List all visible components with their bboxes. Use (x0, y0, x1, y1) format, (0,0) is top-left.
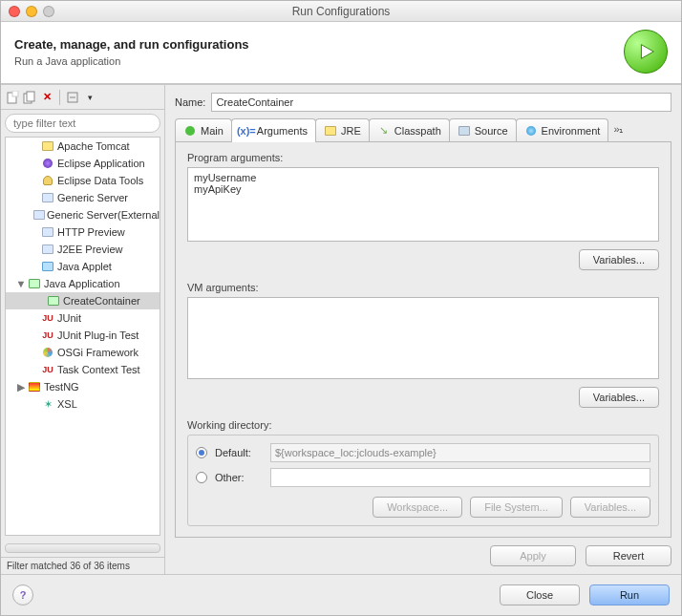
window-title: Run Configurations (1, 5, 681, 18)
sidebar: ✕ ▾ Apache Tomcat Eclipse Application Ec… (1, 85, 165, 574)
dialog-title: Create, manage, and run configurations (14, 37, 249, 52)
apply-button[interactable]: Apply (490, 545, 576, 566)
vm-args-input[interactable] (187, 297, 659, 379)
close-button[interactable]: Close (500, 584, 580, 605)
run-banner-icon (624, 30, 668, 74)
tab-classpath[interactable]: ↘Classpath (369, 118, 450, 141)
tab-source[interactable]: Source (449, 118, 517, 141)
config-tree[interactable]: Apache Tomcat Eclipse Application Eclips… (5, 137, 160, 536)
collapse-all-icon[interactable] (65, 90, 80, 105)
wd-default-label: Default: (215, 447, 263, 458)
tree-item-testng[interactable]: ▶TestNG (6, 378, 160, 395)
main-panel: Name: Main (x)=Arguments JRE ↘Classpath … (165, 85, 681, 574)
svg-rect-3 (27, 92, 34, 101)
tree-item-j2ee-preview[interactable]: J2EE Preview (6, 241, 160, 258)
delete-config-icon[interactable]: ✕ (39, 90, 54, 105)
filter-status: Filter matched 36 of 36 items (1, 557, 164, 574)
tree-item-apache-tomcat[interactable]: Apache Tomcat (6, 138, 160, 155)
program-args-variables-button[interactable]: Variables... (579, 249, 659, 270)
run-button[interactable]: Run (589, 584, 670, 605)
run-configurations-window: Run Configurations Create, manage, and r… (0, 0, 682, 616)
wd-other-value[interactable] (270, 468, 650, 487)
wd-workspace-button[interactable]: Workspace... (373, 497, 462, 518)
name-input[interactable] (211, 93, 671, 112)
vm-args-label: VM arguments: (187, 282, 659, 293)
sidebar-progress (5, 543, 160, 553)
tree-item-java-application[interactable]: ▼Java Application (6, 275, 160, 292)
new-config-icon[interactable] (5, 90, 20, 105)
working-dir-group: Default: Other: Workspace... File System… (187, 435, 659, 526)
arguments-panel: Program arguments: Variables... VM argum… (175, 142, 671, 538)
dialog-footer: ? Close Run (1, 574, 681, 615)
wd-filesystem-button[interactable]: File System... (470, 497, 563, 518)
revert-button[interactable]: Revert (586, 545, 671, 566)
tree-item-generic-server[interactable]: Generic Server (6, 189, 160, 206)
sidebar-toolbar: ✕ ▾ (1, 85, 164, 110)
tab-overflow-icon[interactable]: »₁ (607, 123, 629, 136)
tree-item-create-container[interactable]: CreateContainer (6, 292, 160, 309)
tab-arguments[interactable]: (x)=Arguments (231, 118, 316, 141)
program-args-input[interactable] (187, 167, 659, 242)
tab-jre[interactable]: JRE (315, 118, 370, 141)
dialog-header: Create, manage, and run configurations R… (1, 22, 681, 84)
tree-item-generic-server-external[interactable]: Generic Server(External (6, 206, 160, 223)
svg-rect-1 (12, 91, 18, 96)
wd-other-radio[interactable] (196, 472, 207, 483)
dialog-subtitle: Run a Java application (14, 55, 249, 67)
tab-bar: Main (x)=Arguments JRE ↘Classpath Source… (175, 117, 671, 142)
tree-item-task-context-test[interactable]: JUTask Context Test (6, 361, 160, 378)
tab-environment[interactable]: Environment (516, 118, 609, 141)
tree-item-junit-plugin-test[interactable]: JUJUnit Plug-in Test (6, 327, 160, 344)
tab-main[interactable]: Main (175, 118, 232, 141)
program-args-label: Program arguments: (187, 152, 659, 163)
help-icon[interactable]: ? (12, 584, 33, 605)
wd-default-value (270, 443, 650, 462)
tree-item-junit[interactable]: JUJUnit (6, 309, 160, 327)
tree-item-osgi-framework[interactable]: OSGi Framework (6, 344, 160, 361)
wd-default-radio[interactable] (196, 447, 207, 458)
name-label: Name: (175, 96, 205, 108)
wd-other-label: Other: (215, 472, 263, 483)
dialog-body: ✕ ▾ Apache Tomcat Eclipse Application Ec… (1, 84, 681, 574)
filter-input[interactable] (5, 114, 160, 133)
duplicate-config-icon[interactable] (22, 90, 37, 105)
tree-item-http-preview[interactable]: HTTP Preview (6, 223, 160, 241)
tree-item-java-applet[interactable]: Java Applet (6, 258, 160, 275)
wd-variables-button[interactable]: Variables... (570, 497, 650, 518)
working-dir-label: Working directory: (187, 419, 659, 431)
tree-item-eclipse-data-tools[interactable]: Eclipse Data Tools (6, 172, 160, 189)
tree-item-eclipse-application[interactable]: Eclipse Application (6, 155, 160, 172)
titlebar: Run Configurations (1, 1, 681, 22)
vm-args-variables-button[interactable]: Variables... (579, 387, 659, 408)
tree-item-xsl[interactable]: ✶XSL (6, 395, 160, 413)
filter-dropdown-icon[interactable]: ▾ (82, 90, 97, 105)
